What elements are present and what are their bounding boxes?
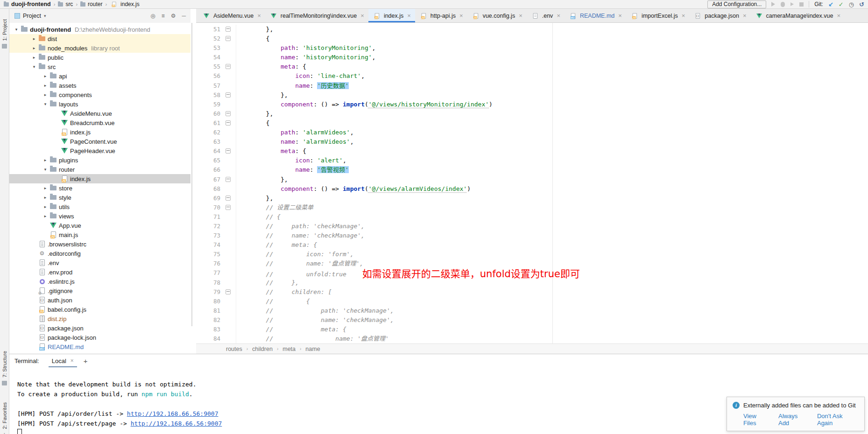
fold-icon[interactable] xyxy=(226,148,231,154)
editor-breadcrumb-item[interactable]: children xyxy=(252,346,273,352)
tree-item-src[interactable]: ▾src xyxy=(9,62,191,71)
tree-item-.editorconfig[interactable]: ⚙.editorconfig xyxy=(9,249,191,258)
fold-icon[interactable] xyxy=(226,196,231,201)
tree-item-utils[interactable]: ▸utils xyxy=(9,202,191,211)
notification-action[interactable]: View Files xyxy=(743,413,770,427)
close-icon[interactable]: × xyxy=(618,12,622,19)
chevron-down-icon[interactable]: ▾ xyxy=(42,167,49,172)
collapse-all-icon[interactable]: ≡ xyxy=(162,13,165,19)
fold-icon[interactable] xyxy=(220,194,236,203)
tree-item-package-lock.json[interactable]: package-lock.json xyxy=(9,333,191,342)
breadcrumb-item[interactable]: duoji-frontend xyxy=(4,1,51,7)
hide-panel-icon[interactable]: ─ xyxy=(182,13,186,19)
add-configuration-button[interactable]: Add Configuration... xyxy=(707,0,766,8)
fold-icon[interactable] xyxy=(226,64,231,69)
tree-item-package.json[interactable]: package.json xyxy=(9,323,191,333)
tree-item-dist[interactable]: ▸dist xyxy=(9,34,191,43)
terminal-tab-local[interactable]: Local × xyxy=(49,354,77,367)
chevron-right-icon[interactable]: ▸ xyxy=(42,214,49,218)
tree-item-duoji-frontend[interactable]: ▾duoji-frontendD:\zheheWeb\duoji-fronten… xyxy=(9,25,191,34)
fold-icon[interactable] xyxy=(220,91,236,100)
tool-button-project[interactable]: 1: Project xyxy=(0,19,9,49)
tree-item-views[interactable]: ▸views xyxy=(9,211,191,221)
tree-item-layouts[interactable]: ▾layouts xyxy=(9,99,191,109)
fold-icon[interactable] xyxy=(220,25,236,34)
editor-tab-package.json[interactable]: package.json× xyxy=(689,9,750,22)
chevron-right-icon[interactable]: ▸ xyxy=(30,55,38,60)
close-icon[interactable]: × xyxy=(257,12,261,19)
notification-action[interactable]: Don't Ask Again xyxy=(817,413,859,427)
chevron-right-icon[interactable]: ▸ xyxy=(42,195,49,200)
project-scrollbar[interactable] xyxy=(191,9,196,354)
rollback-icon[interactable]: ↺ xyxy=(859,1,864,7)
tree-item-.eslintrc.js[interactable]: .eslintrc.js xyxy=(9,277,191,286)
tree-item-.env[interactable]: .env xyxy=(9,258,191,267)
chevron-right-icon[interactable]: ▸ xyxy=(30,36,38,41)
close-icon[interactable]: × xyxy=(407,12,411,19)
fold-icon[interactable] xyxy=(226,36,231,41)
editor-tab-vue.config.js[interactable]: vue.config.js× xyxy=(467,9,527,22)
fold-icon[interactable] xyxy=(220,175,236,184)
tree-item-.browserslistrc[interactable]: .browserslistrc xyxy=(9,239,191,249)
fold-icon[interactable] xyxy=(226,27,231,32)
close-icon[interactable]: × xyxy=(519,12,522,19)
tree-item-babel.config.js[interactable]: babel.config.js xyxy=(9,305,191,314)
tree-item-index.js[interactable]: index.js xyxy=(9,174,191,183)
tree-item-store[interactable]: ▸store xyxy=(9,183,191,193)
git-update-icon[interactable]: ↙ xyxy=(828,1,833,7)
close-icon[interactable]: × xyxy=(71,357,74,364)
editor-tab-AsideMenu.vue[interactable]: AsideMenu.vue× xyxy=(198,9,265,22)
tree-item-node_modules[interactable]: ▸node_moduleslibrary root xyxy=(9,43,191,53)
favorites-tool-label[interactable]: 2: Favorites xyxy=(2,402,7,429)
tree-item-router[interactable]: ▾router xyxy=(9,165,191,174)
editor-tab-importExcel.js[interactable]: importExcel.js× xyxy=(626,9,689,22)
tree-item-components[interactable]: ▸components xyxy=(9,90,191,99)
tree-item-index.js[interactable]: index.js xyxy=(9,127,191,137)
structure-tool-label[interactable]: 7: Structure xyxy=(2,351,7,378)
tree-item-PageContent.vue[interactable]: PageContent.vue xyxy=(9,137,191,146)
editor-tab-cameraManage-index.vue[interactable]: cameraManage\index.vue× xyxy=(751,9,845,22)
fold-icon[interactable] xyxy=(226,120,231,126)
tree-item-auth.json[interactable]: auth.json xyxy=(9,295,191,305)
project-view-title[interactable]: Project xyxy=(23,13,41,19)
breadcrumb-item[interactable]: index.js xyxy=(110,1,140,7)
close-icon[interactable]: × xyxy=(459,12,463,19)
close-icon[interactable]: × xyxy=(743,12,747,19)
gear-icon[interactable]: ⚙ xyxy=(171,13,176,19)
history-clock-icon[interactable]: ◷ xyxy=(849,1,854,7)
tree-item-plugins[interactable]: ▸plugins xyxy=(9,155,191,165)
editor-breadcrumb-item[interactable]: meta xyxy=(282,346,296,352)
locate-file-icon[interactable]: ◎ xyxy=(150,13,155,19)
fold-icon[interactable] xyxy=(226,177,231,182)
tree-item-.gitignore[interactable]: .gitignore xyxy=(9,286,191,295)
chevron-right-icon[interactable]: ▸ xyxy=(42,158,49,162)
tree-item-App.vue[interactable]: App.vue xyxy=(9,221,191,230)
tool-button-structure[interactable]: 7: Structure xyxy=(0,351,9,385)
tree-item-Breadcrumb.vue[interactable]: Breadcrumb.vue xyxy=(9,118,191,127)
tree-item-public[interactable]: ▸public xyxy=(9,53,191,62)
breadcrumb-item[interactable]: router xyxy=(80,1,102,7)
chevron-right-icon[interactable]: ▸ xyxy=(42,74,49,78)
tree-item-dist.zip[interactable]: dist.zip xyxy=(9,314,191,323)
fold-icon[interactable] xyxy=(220,62,236,71)
editor-breadcrumb-item[interactable]: name xyxy=(305,346,320,352)
terminal-cursor[interactable] xyxy=(17,429,22,434)
fold-icon[interactable] xyxy=(220,147,236,156)
editor-tab-.env[interactable]: .env× xyxy=(527,9,565,22)
fold-icon[interactable] xyxy=(220,109,236,119)
editor-breadcrumb-item[interactable]: routes xyxy=(226,346,242,352)
fold-icon[interactable] xyxy=(220,203,236,212)
chevron-down-icon[interactable]: ▾ xyxy=(44,14,46,18)
tree-item-main.js[interactable]: main.js xyxy=(9,230,191,239)
close-icon[interactable]: × xyxy=(837,12,840,19)
tree-item-style[interactable]: ▸style xyxy=(9,193,191,202)
terminal-link[interactable]: http://192.168.66.56:9007 xyxy=(127,410,219,417)
chevron-right-icon[interactable]: ▸ xyxy=(42,83,49,88)
breadcrumb-item[interactable]: src xyxy=(58,1,73,7)
chevron-right-icon[interactable]: ▸ xyxy=(30,46,38,50)
tree-item-api[interactable]: ▸api xyxy=(9,71,191,81)
editor-tab-realTimeMonitoring-index.vue[interactable]: realTimeMonitoring\index.vue× xyxy=(265,9,368,22)
fold-icon[interactable] xyxy=(220,287,236,297)
chevron-down-icon[interactable]: ▾ xyxy=(13,27,20,32)
notification-action[interactable]: Always Add xyxy=(778,413,809,427)
